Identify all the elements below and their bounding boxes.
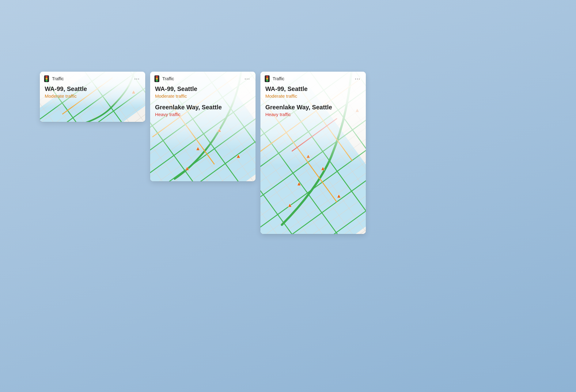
route-name: WA-99, Seattle <box>45 85 140 93</box>
svg-marker-138 <box>321 167 325 170</box>
widget-title: Traffic <box>162 76 240 81</box>
route-name: Greenlake Way, Seattle <box>155 104 251 111</box>
route-status: Heavy traffic <box>265 111 361 118</box>
svg-marker-75 <box>237 154 240 158</box>
traffic-light-icon <box>265 75 270 82</box>
widget-title: Traffic <box>273 76 351 81</box>
svg-line-127 <box>260 103 366 234</box>
route-status: Moderate traffic <box>155 93 251 99</box>
widget-header: Traffic ··· <box>150 72 256 84</box>
svg-marker-74 <box>196 147 200 150</box>
route-name: WA-99, Seattle <box>265 85 361 93</box>
svg-marker-139 <box>297 182 301 186</box>
route-status: Moderate traffic <box>265 93 361 99</box>
routes-list: WA-99, Seattle Moderate traffic Greenlak… <box>150 84 256 117</box>
widget-gallery: Traffic ··· WA-99, Seattle Moderate traf… <box>0 0 403 274</box>
widget-header: Traffic ··· <box>260 72 366 84</box>
traffic-light-icon <box>44 75 49 82</box>
widget-header: Traffic ··· <box>40 72 145 84</box>
traffic-widget-large[interactable]: Traffic ··· WA-99, Seattle Moderate traf… <box>260 72 366 234</box>
svg-marker-140 <box>337 194 341 198</box>
routes-list: WA-99, Seattle Moderate traffic Greenlak… <box>260 84 366 117</box>
route-status: Heavy traffic <box>155 111 251 118</box>
more-button[interactable]: ··· <box>354 76 362 81</box>
svg-marker-137 <box>306 154 310 158</box>
svg-marker-141 <box>288 203 292 207</box>
routes-list: WA-99, Seattle Moderate traffic <box>40 84 145 99</box>
traffic-widget-small[interactable]: Traffic ··· WA-99, Seattle Moderate traf… <box>40 72 145 122</box>
widget-title: Traffic <box>52 76 130 81</box>
svg-marker-73 <box>218 128 221 132</box>
svg-marker-76 <box>185 167 189 170</box>
route-item[interactable]: WA-99, Seattle Moderate traffic <box>265 85 361 99</box>
more-button[interactable]: ··· <box>133 76 141 81</box>
more-button[interactable]: ··· <box>243 76 251 81</box>
traffic-light-icon <box>154 75 159 82</box>
svg-line-100 <box>260 115 366 234</box>
route-item[interactable]: Greenlake Way, Seattle Heavy traffic <box>155 104 251 118</box>
traffic-widget-medium[interactable]: Traffic ··· WA-99, Seattle Moderate traf… <box>150 72 256 181</box>
route-item[interactable]: Greenlake Way, Seattle Heavy traffic <box>265 104 361 118</box>
route-item[interactable]: WA-99, Seattle Moderate traffic <box>155 85 251 99</box>
route-status: Moderate traffic <box>45 93 140 99</box>
route-name: Greenlake Way, Seattle <box>265 104 361 111</box>
route-item[interactable]: WA-99, Seattle Moderate traffic <box>45 85 140 99</box>
route-name: WA-99, Seattle <box>155 85 251 93</box>
